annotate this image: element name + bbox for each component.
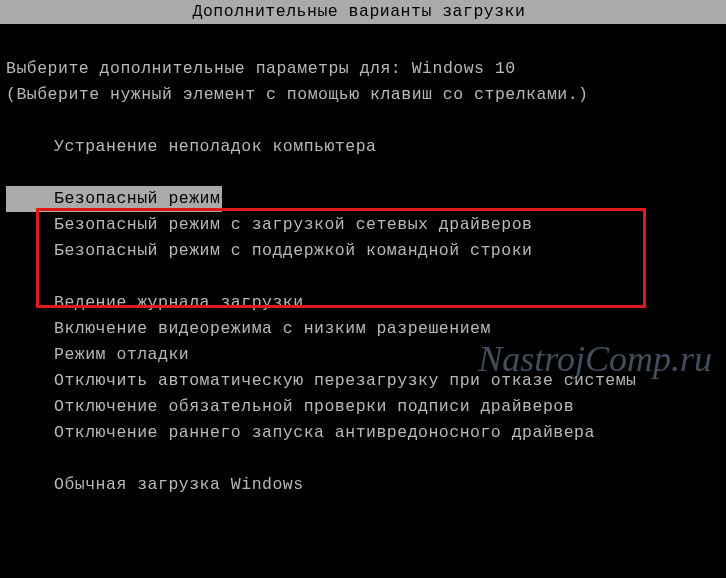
- menu-item-no-elam[interactable]: Отключение раннего запуска антивредоносн…: [6, 420, 720, 446]
- menu-item-repair[interactable]: Устранение неполадок компьютера: [6, 134, 720, 160]
- title-bar: Дополнительные варианты загрузки: [0, 0, 726, 24]
- menu-item-safe-mode[interactable]: Безопасный режим: [6, 186, 720, 212]
- page-title: Дополнительные варианты загрузки: [193, 2, 526, 21]
- menu-item-safe-mode-cmd[interactable]: Безопасный режим с поддержкой командной …: [6, 238, 720, 264]
- menu-item-debug[interactable]: Режим отладки: [6, 342, 720, 368]
- menu-item-no-sig-enforce[interactable]: Отключение обязательной проверки подписи…: [6, 394, 720, 420]
- menu-item-normal[interactable]: Обычная загрузка Windows: [6, 472, 720, 498]
- hint-line: (Выберите нужный элемент с помощью клави…: [6, 82, 720, 108]
- os-name: Windows 10: [412, 59, 516, 78]
- prompt-line: Выберите дополнительные параметры для: W…: [6, 56, 720, 82]
- menu-item-boot-log[interactable]: Ведение журнала загрузки: [6, 290, 720, 316]
- menu-item-no-auto-restart[interactable]: Отключить автоматическую перезагрузку пр…: [6, 368, 720, 394]
- boot-menu-screen: Выберите дополнительные параметры для: W…: [0, 24, 726, 498]
- menu-item-safe-mode-label: Безопасный режим: [54, 186, 222, 212]
- prompt-prefix: Выберите дополнительные параметры для:: [6, 59, 412, 78]
- menu-item-low-res[interactable]: Включение видеорежима с низким разрешени…: [6, 316, 720, 342]
- menu-item-safe-mode-net[interactable]: Безопасный режим с загрузкой сетевых дра…: [6, 212, 720, 238]
- selection-gutter: [6, 186, 54, 212]
